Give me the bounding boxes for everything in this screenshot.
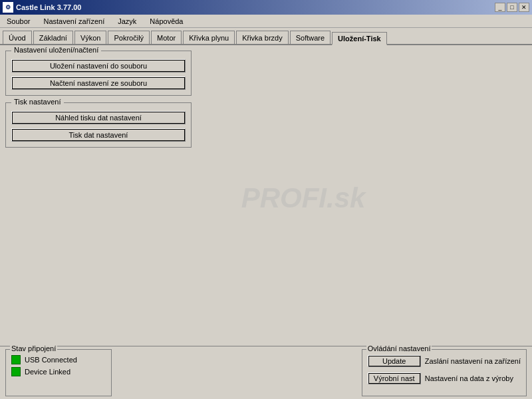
save-group: Nastavení uložení/načtení Uložení nastav… (5, 51, 192, 96)
main-content: PROFI.sk Nastavení uložení/načtení Ulože… (0, 45, 532, 344)
device-led (11, 367, 21, 376)
print-button[interactable]: Tisk dat nastavení (11, 128, 186, 142)
tab-krivka-plynu[interactable]: Křivka plynu (183, 31, 235, 44)
tab-motor[interactable]: Motor (151, 31, 182, 44)
window-title: Castle Link 3.77.00 (16, 3, 81, 11)
tab-krivka-brzdy[interactable]: Křivka brzdy (236, 31, 289, 44)
control-legend: Ovládání nastavení (366, 344, 432, 352)
menu-bar: Soubor Nastavení zařízení Jazyk Nápověda (0, 15, 532, 28)
menu-soubor[interactable]: Soubor (3, 16, 34, 27)
status-bar: Stav připojení USB Connected Device Link… (0, 346, 532, 399)
watermark: PROFI.sk (241, 182, 366, 214)
maximize-button[interactable]: □ (507, 3, 517, 12)
tab-pokrocily[interactable]: Pokročilý (108, 31, 150, 44)
menu-jazyk[interactable]: Jazyk (114, 16, 140, 27)
tab-ulozeni-tisk[interactable]: Uložení-Tisk (332, 32, 387, 45)
save-group-legend: Nastavení uložení/načtení (11, 46, 101, 54)
menu-nastaveni[interactable]: Nastavení zařízení (39, 16, 108, 27)
factory-button[interactable]: Výrobní nast (368, 372, 421, 384)
usb-led (11, 355, 21, 364)
update-desc: Zaslání nastavení na zařízení (425, 357, 521, 365)
connection-legend: Stav připojení (10, 344, 57, 352)
control-group: Ovládání nastavení Update Zaslání nastav… (362, 349, 527, 396)
print-group-legend: Tisk nastavení (11, 98, 64, 106)
tab-vykon[interactable]: Výkon (74, 31, 107, 44)
print-preview-button[interactable]: Náhled tisku dat nastavení (11, 111, 186, 124)
load-from-file-button[interactable]: Načtení nastavení ze souboru (11, 76, 186, 90)
factory-desc: Nastavení na data z výroby (425, 374, 513, 382)
app-icon: ⚙ (3, 2, 13, 13)
usb-label: USB Connected (25, 356, 77, 364)
tab-zakladni[interactable]: Základní (33, 31, 73, 44)
tab-software[interactable]: Software (290, 31, 331, 44)
menu-napoveda[interactable]: Nápověda (146, 16, 187, 27)
print-group: Tisk nastavení Náhled tisku dat nastaven… (5, 102, 192, 148)
minimize-button[interactable]: _ (495, 3, 505, 12)
tab-uvod[interactable]: Úvod (3, 31, 32, 44)
tab-bar: Úvod Základní Výkon Pokročilý Motor Křiv… (0, 28, 532, 45)
device-status: Device Linked (11, 367, 106, 376)
close-button[interactable]: ✕ (519, 3, 529, 12)
connection-status-group: Stav připojení USB Connected Device Link… (5, 349, 112, 396)
save-to-file-button[interactable]: Uložení nastavení do souboru (11, 59, 186, 72)
device-label: Device Linked (25, 368, 70, 376)
usb-status: USB Connected (11, 355, 106, 364)
title-bar: ⚙ Castle Link 3.77.00 _ □ ✕ (0, 0, 532, 15)
update-button[interactable]: Update (368, 355, 421, 367)
